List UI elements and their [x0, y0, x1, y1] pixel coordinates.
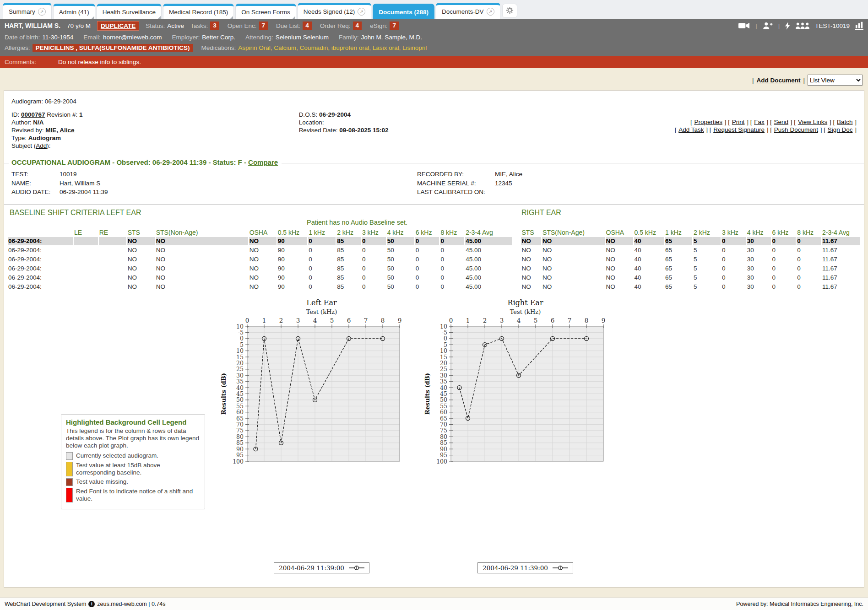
audiogram-row[interactable]: 06-29-2004:NONONO900850500045.00NONONO40…: [8, 237, 860, 245]
fax-link[interactable]: Fax: [754, 119, 765, 125]
properties-link[interactable]: Properties: [694, 119, 722, 125]
cell: 0: [362, 246, 386, 254]
request-signature-link[interactable]: Request Signature: [713, 126, 765, 133]
tab-documents-288[interactable]: Documents (288): [373, 4, 434, 19]
cell: NO: [521, 274, 541, 282]
column-header: RE: [99, 229, 126, 236]
test-info-value: 12345: [495, 180, 512, 187]
cell: [99, 265, 126, 273]
counter-badge[interactable]: 7: [390, 22, 399, 30]
cell: 5: [693, 246, 721, 254]
cell: 30: [747, 265, 771, 273]
cell: 0: [362, 255, 386, 264]
view-mode-select[interactable]: List View: [808, 75, 863, 86]
cell: 5: [693, 255, 721, 264]
cell: 0: [308, 255, 336, 264]
cell: NO: [249, 237, 277, 245]
column-header: 2-3-4 Avg: [822, 229, 860, 236]
baseline-criteria-area: BASELINE SHIFT CRITERIA LEFT EAR RIGHT E…: [4, 204, 864, 573]
print-link[interactable]: Print: [732, 119, 745, 125]
cell-legend-description: This legend is for the column & rows of …: [66, 427, 200, 449]
type-value: Audiogram: [28, 135, 61, 141]
care-team-icon[interactable]: [796, 22, 809, 29]
cell-legend-items: Currently selected audiogram.Test value …: [66, 452, 200, 502]
cell: 11.67: [822, 246, 860, 254]
cell: NO: [249, 255, 277, 264]
cell: 0: [362, 265, 386, 273]
growth-chart-icon[interactable]: [855, 22, 863, 30]
tab-health-surveillance[interactable]: Health Surveillance: [97, 4, 162, 19]
test-info-label: LAST CALIBRATED ON:: [417, 188, 495, 197]
document-id-link[interactable]: 0000767: [21, 111, 45, 118]
cell: 5: [693, 237, 721, 245]
cell: NO: [521, 283, 541, 291]
revised-by-link[interactable]: MIE, Alice: [45, 127, 74, 134]
column-header: 4 kHz: [747, 229, 771, 236]
page: { "tabs": [ {"label": "Summary", "extern…: [0, 0, 868, 610]
patient-demographics-row: Date of birth:11-30-1954Email:horner@mie…: [5, 32, 863, 42]
open-external-icon[interactable]: ↗: [358, 8, 365, 16]
cell-legend-item: Test value at least 15dB above correspon…: [66, 462, 200, 476]
cell: 11.67: [822, 274, 860, 282]
patient-allergy-row: Allergies: PENICILLINS , SULFA(SULFONAMI…: [5, 42, 863, 53]
quick-actions-lightning-icon[interactable]: [785, 22, 790, 30]
audiogram-row[interactable]: 06-29-2004:NONONO900850500045.00NONONO40…: [8, 283, 860, 291]
cell: NO: [521, 265, 541, 273]
tab-summary[interactable]: Summary↗: [3, 3, 52, 19]
add-document-link[interactable]: Add Document: [756, 77, 800, 84]
cell: [99, 237, 126, 245]
cell: NO: [542, 274, 604, 282]
batch-link[interactable]: Batch: [837, 119, 853, 125]
add-user-icon[interactable]: [763, 22, 773, 30]
tab-documents-dv[interactable]: Documents-DV↗: [436, 3, 500, 19]
document-meta-left: ID: 0000767 Revision #: 1 Author: N/A Re…: [11, 111, 299, 150]
audiogram-row[interactable]: 06-29-2004:NONONO900850500045.00NONONO40…: [8, 246, 860, 254]
video-call-icon[interactable]: [738, 22, 750, 29]
tab-medical-record-185[interactable]: Medical Record (185): [163, 4, 234, 19]
revised-date-value: 09-08-2025 15:02: [339, 127, 388, 134]
cell: 0: [415, 237, 439, 245]
open-external-icon[interactable]: ↗: [38, 8, 46, 16]
sign-doc-link[interactable]: Sign Doc: [828, 126, 853, 133]
test-info-label: NAME:: [11, 179, 60, 188]
svg-text:7: 7: [364, 317, 368, 324]
subject-add-link[interactable]: Add: [36, 142, 47, 149]
cell: 40: [634, 246, 664, 254]
settings-gear-button[interactable]: [502, 4, 517, 18]
cell: [74, 274, 98, 282]
counter-badge[interactable]: 3: [210, 22, 219, 30]
author-value: N/A: [33, 119, 43, 126]
cell: 0: [797, 246, 821, 254]
info-icon[interactable]: i: [88, 601, 95, 607]
compare-link[interactable]: Compare: [248, 158, 278, 166]
document-actions: [ Properties ] [ Print ] [ Fax ] [ Send …: [552, 111, 857, 150]
cell: NO: [127, 237, 155, 245]
cell: 45.00: [465, 255, 512, 264]
add-task-link[interactable]: Add Task: [678, 126, 704, 133]
cell: 85: [336, 265, 361, 273]
cell: 11.67: [822, 283, 860, 291]
test-info-value: Hart, William S: [60, 180, 100, 187]
push-document-link[interactable]: Push Document: [774, 126, 818, 133]
column-header: 1 kHz: [665, 229, 692, 236]
audiogram-table-head: LERESTSSTS(Non-Age)OSHA0.5 kHz1 kHz2 kHz…: [8, 229, 860, 236]
patient-name: HART, WILLIAM S.: [5, 22, 60, 29]
tab-needs-signed-12[interactable]: Needs Signed (12)↗: [298, 3, 372, 19]
counter-badge[interactable]: 4: [353, 22, 362, 30]
open-external-icon[interactable]: ↗: [487, 8, 494, 16]
counter-badge[interactable]: 7: [259, 22, 268, 30]
gear-icon: [506, 6, 514, 16]
send-link[interactable]: Send: [774, 119, 789, 125]
audiogram-row[interactable]: 06-29-2004:NONONO900850500045.00NONONO40…: [8, 274, 860, 282]
audiogram-row[interactable]: 06-29-2004:NONONO900850500045.00NONONO40…: [8, 265, 860, 273]
audiogram-row[interactable]: 06-29-2004:NONONO900850500045.00NONONO40…: [8, 255, 860, 264]
tab-admin-41[interactable]: Admin (41): [53, 4, 95, 19]
cell: 50: [387, 246, 414, 254]
column-header: STS(Non-Age): [156, 229, 248, 236]
view-links-link[interactable]: View Links: [798, 119, 827, 125]
duplicate-flag[interactable]: DUPLICATE: [97, 21, 139, 31]
tab-on-screen-forms[interactable]: On Screen Forms: [235, 4, 296, 19]
cell: 85: [336, 255, 361, 264]
counter-badge[interactable]: 4: [303, 22, 312, 30]
chart-series-legend: 2004-06-29 11:39:00: [274, 562, 369, 573]
